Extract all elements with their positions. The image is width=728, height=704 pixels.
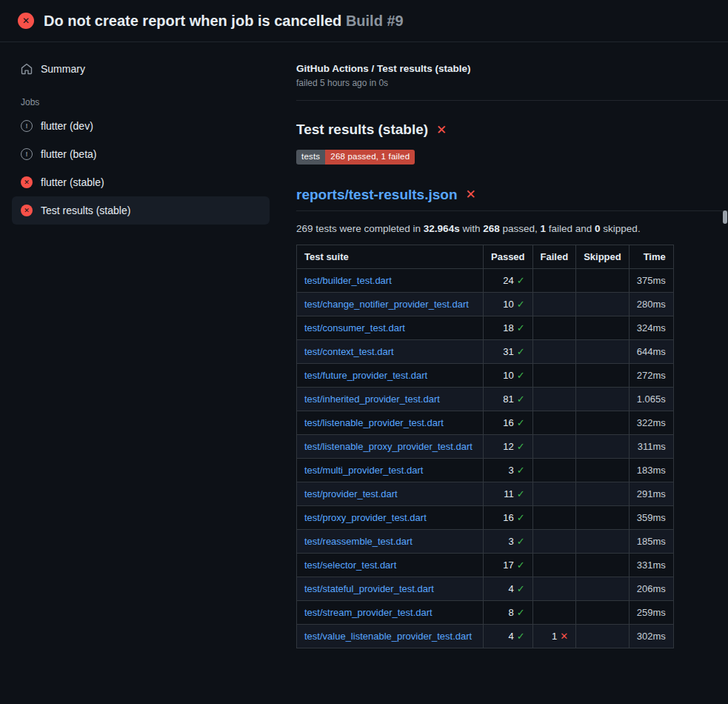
check-run-page: ✕ Do not create report when job is cance… [0, 0, 728, 648]
time-cell: 359ms [629, 505, 673, 529]
summary-failed-count: 1 [541, 223, 547, 234]
check-icon: ✓ [517, 512, 525, 523]
test-suite-row: test/multi_provider_test.dart3✓183ms [297, 458, 674, 482]
suite-cell: test/consumer_test.dart [297, 316, 484, 339]
suite-cell: test/selector_test.dart [297, 553, 484, 577]
suite-link[interactable]: test/inherited_provider_test.dart [304, 393, 440, 405]
tests-badge: tests 268 passed, 1 failed [296, 150, 415, 165]
build-number: Build #9 [346, 13, 404, 29]
sidebar-item-summary[interactable]: Summary [12, 59, 270, 79]
test-suite-row: test/context_test.dart31✓644ms [297, 339, 674, 363]
badge-label: tests [296, 150, 325, 165]
summary-fragment: 269 tests were completed in [296, 223, 424, 234]
home-icon [21, 63, 33, 75]
skipped-cell [576, 316, 630, 339]
summary-fragment: passed, [500, 223, 541, 234]
x-circle-icon: ✕ [21, 205, 33, 216]
passed-cell: 81✓ [484, 387, 533, 411]
time-cell: 272ms [629, 363, 673, 387]
header-bar: ✕ Do not create report when job is cance… [0, 0, 728, 42]
check-icon: ✓ [517, 299, 525, 310]
sidebar-job-flutter-beta[interactable]: !flutter (beta) [12, 140, 270, 168]
results-table: Test suitePassedFailedSkippedTime test/b… [296, 245, 674, 648]
suite-link[interactable]: test/stream_provider_test.dart [304, 607, 433, 618]
suite-link[interactable]: test/selector_test.dart [304, 559, 396, 571]
failed-cell [532, 268, 576, 292]
test-suite-row: test/consumer_test.dart18✓324ms [297, 316, 674, 339]
skipped-cell [576, 339, 630, 363]
neutral-circle-icon: ! [21, 148, 33, 160]
skipped-cell [576, 292, 630, 316]
suite-link[interactable]: test/proxy_provider_test.dart [304, 512, 427, 523]
time-cell: 331ms [629, 553, 673, 577]
failed-cell [532, 458, 576, 482]
test-suite-row: test/change_notifier_provider_test.dart1… [297, 292, 674, 316]
suite-cell: test/reassemble_test.dart [297, 529, 484, 553]
test-suite-row: test/stateful_provider_test.dart4✓206ms [297, 577, 674, 600]
jobs-section-label: Jobs [12, 97, 270, 107]
suite-link[interactable]: test/future_provider_test.dart [304, 370, 427, 381]
passed-cell: 4✓ [484, 624, 533, 648]
suite-link[interactable]: test/context_test.dart [304, 346, 394, 357]
check-icon: ✓ [517, 322, 525, 333]
skipped-cell [576, 505, 630, 529]
passed-cell: 10✓ [484, 363, 533, 387]
passed-cell: 31✓ [484, 339, 533, 363]
suite-cell: test/stateful_provider_test.dart [297, 577, 484, 600]
suite-cell: test/multi_provider_test.dart [297, 458, 484, 482]
test-suite-row: test/reassemble_test.dart3✓185ms [297, 529, 674, 553]
suite-link[interactable]: test/reassemble_test.dart [304, 536, 413, 547]
test-suite-row: test/value_listenable_provider_test.dart… [297, 624, 674, 648]
x-circle-icon: ✕ [21, 176, 33, 188]
sidebar-job-flutter-stable[interactable]: ✕flutter (stable) [12, 168, 270, 196]
suite-link[interactable]: test/listenable_provider_test.dart [304, 417, 444, 428]
report-link[interactable]: reports/test-results.json [296, 187, 458, 203]
check-icon: ✓ [517, 393, 525, 405]
sidebar-job-test-results-stable[interactable]: ✕Test results (stable) [12, 196, 270, 225]
passed-cell: 17✓ [484, 553, 533, 577]
neutral-circle-icon: ! [21, 120, 33, 132]
suite-cell: test/listenable_proxy_provider_test.dart [297, 434, 484, 458]
layout: Summary Jobs !flutter (dev)!flutter (bet… [0, 42, 728, 648]
column-header-skipped: Skipped [576, 245, 630, 268]
test-suite-row: test/inherited_provider_test.dart81✓1.06… [297, 387, 674, 411]
passed-cell: 11✓ [484, 482, 533, 505]
failed-cell-value: 1 [552, 631, 557, 642]
skipped-cell [576, 387, 630, 411]
suite-link[interactable]: test/value_listenable_provider_test.dart [304, 631, 472, 642]
test-suite-row: test/proxy_provider_test.dart16✓359ms [297, 505, 674, 529]
passed-cell-value: 4 [508, 631, 513, 642]
test-suite-row: test/provider_test.dart11✓291ms [297, 482, 674, 505]
sidebar-job-label: flutter (dev) [41, 120, 93, 132]
time-cell: 280ms [629, 292, 673, 316]
failed-cell: 1✕ [532, 624, 576, 648]
passed-cell-value: 18 [503, 322, 513, 333]
suite-link[interactable]: test/provider_test.dart [304, 488, 398, 499]
check-icon: ✓ [517, 607, 525, 618]
passed-cell: 3✓ [484, 529, 533, 553]
passed-cell: 8✓ [484, 600, 533, 624]
summary-fragment: with [460, 223, 484, 234]
scrollbar-thumb[interactable] [723, 210, 727, 224]
suite-link[interactable]: test/change_notifier_provider_test.dart [304, 299, 469, 310]
time-cell: 322ms [629, 411, 673, 434]
summary-duration: 32.964s [424, 223, 460, 234]
test-suite-row: test/future_provider_test.dart10✓272ms [297, 363, 674, 387]
suite-link[interactable]: test/builder_test.dart [304, 275, 392, 286]
failed-cell [532, 339, 576, 363]
suite-link[interactable]: test/multi_provider_test.dart [304, 465, 423, 476]
time-cell: 375ms [629, 268, 673, 292]
suite-link[interactable]: test/stateful_provider_test.dart [304, 583, 434, 594]
time-cell: 259ms [629, 600, 673, 624]
failed-cell [532, 363, 576, 387]
sidebar-job-flutter-dev[interactable]: !flutter (dev) [12, 112, 270, 140]
test-suite-row: test/stream_provider_test.dart8✓259ms [297, 600, 674, 624]
skipped-cell [576, 553, 630, 577]
suite-link[interactable]: test/listenable_proxy_provider_test.dart [304, 441, 472, 452]
skipped-cell [576, 411, 630, 434]
summary-fragment: failed and [546, 223, 595, 234]
table-header-row: Test suitePassedFailedSkippedTime [297, 245, 674, 268]
failed-x-circle-icon: ✕ [18, 13, 34, 29]
check-title-text: Test results (stable) [296, 122, 428, 138]
suite-link[interactable]: test/consumer_test.dart [304, 322, 405, 333]
